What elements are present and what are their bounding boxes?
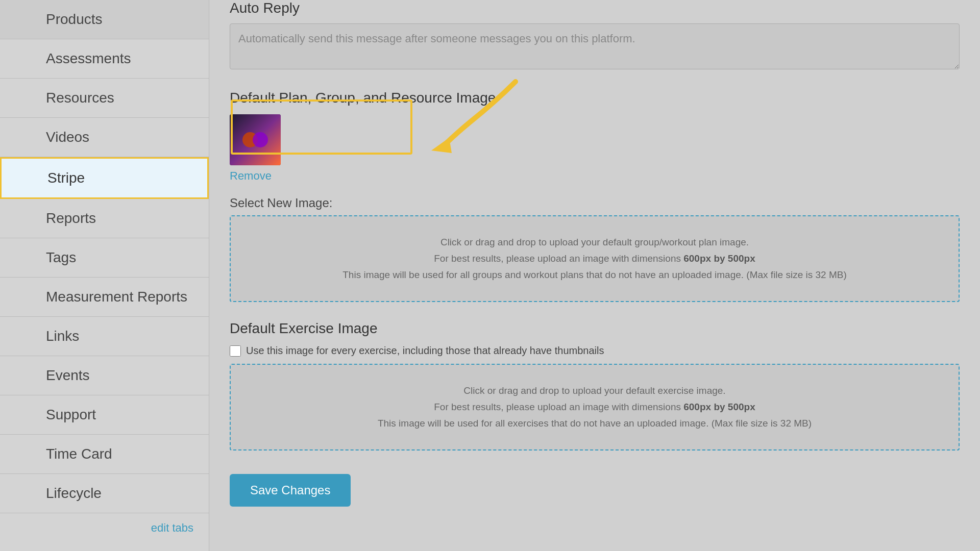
sidebar-item-videos[interactable]: Videos <box>0 118 209 157</box>
sidebar-item-reports[interactable]: Reports <box>0 199 209 238</box>
default-exercise-image-title: Default Exercise Image <box>230 320 960 337</box>
remove-image-link[interactable]: Remove <box>230 169 960 183</box>
default-exercise-image-section: Default Exercise Image Use this image fo… <box>230 320 960 450</box>
current-image-container: Remove <box>230 114 960 190</box>
default-plan-image-section: Default Plan, Group, and Resource Image … <box>230 90 960 302</box>
plan-dropzone-text: Click or drag and drop to upload your de… <box>342 234 846 284</box>
exercise-dropzone-text: Click or drag and drop to upload your de… <box>378 383 812 432</box>
exercise-image-dropzone[interactable]: Click or drag and drop to upload your de… <box>230 364 960 450</box>
sidebar: ProductsAssessmentsResourcesVideosStripe… <box>0 0 209 551</box>
current-image-thumb <box>230 114 281 165</box>
exercise-checkbox-row: Use this image for every exercise, inclu… <box>230 345 960 357</box>
save-changes-button[interactable]: Save Changes <box>230 474 351 507</box>
default-plan-image-title: Default Plan, Group, and Resource Image <box>230 90 960 106</box>
sidebar-item-stripe[interactable]: Stripe <box>0 157 209 199</box>
sidebar-item-tags[interactable]: Tags <box>0 238 209 278</box>
exercise-checkbox-label: Use this image for every exercise, inclu… <box>246 345 604 357</box>
sidebar-item-support[interactable]: Support <box>0 395 209 435</box>
auto-reply-section: Auto Reply <box>230 0 960 71</box>
svg-point-2 <box>253 132 268 147</box>
plan-image-dropzone[interactable]: Click or drag and drop to upload your de… <box>230 215 960 302</box>
sidebar-item-resources[interactable]: Resources <box>0 79 209 118</box>
edit-tabs-link[interactable]: edit tabs <box>0 513 209 543</box>
sidebar-item-time-card[interactable]: Time Card <box>0 435 209 474</box>
image-thumb-inner <box>230 114 281 165</box>
sidebar-item-lifecycle[interactable]: Lifecycle <box>0 474 209 513</box>
sidebar-item-links[interactable]: Links <box>0 317 209 356</box>
auto-reply-title: Auto Reply <box>230 0 960 16</box>
sidebar-item-events[interactable]: Events <box>0 356 209 395</box>
main-content: Auto Reply Default Plan, Group, and Reso… <box>209 0 980 551</box>
sidebar-item-assessments[interactable]: Assessments <box>0 39 209 79</box>
select-new-label: Select New Image: <box>230 196 960 210</box>
sidebar-item-products[interactable]: Products <box>0 0 209 39</box>
sidebar-item-measurement-reports[interactable]: Measurement Reports <box>0 278 209 317</box>
exercise-image-checkbox[interactable] <box>230 345 241 357</box>
auto-reply-textarea[interactable] <box>230 23 960 69</box>
